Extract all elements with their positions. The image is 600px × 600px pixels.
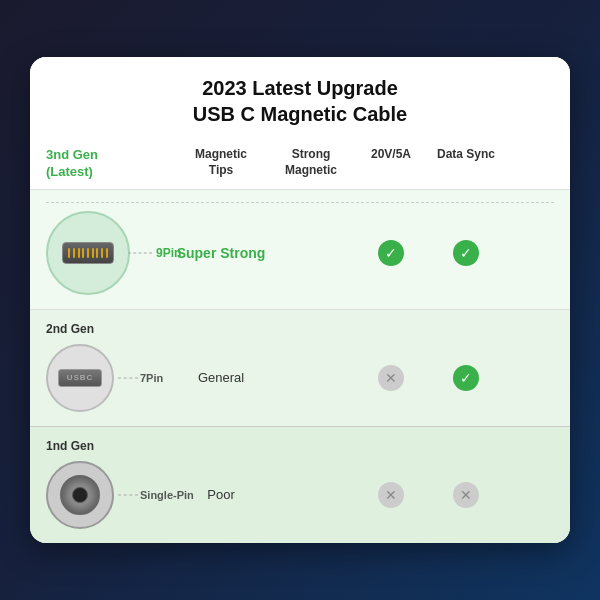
column-headers: 3nd Gen (Latest) Magnetic Tips Strong Ma… <box>30 141 570 189</box>
device-image-1st <box>46 461 114 529</box>
data-sync-icon-2nd: ✓ <box>426 365 506 391</box>
device-1st-gen: Single-Pin <box>46 461 176 529</box>
connector-single-inner <box>72 487 88 503</box>
x-icon-power-2nd: ✕ <box>378 365 404 391</box>
dash-line-1st <box>118 494 138 495</box>
device-image-3rd <box>46 211 130 295</box>
check-icon-power-3rd: ✓ <box>378 240 404 266</box>
device-2nd-gen: USBC 7Pin <box>46 344 176 412</box>
magnetic-tips-2nd: General <box>176 370 266 385</box>
connector-large <box>62 242 114 264</box>
pin-label-3rd: 9Pin <box>156 246 181 260</box>
power-icon-1st: ✕ <box>356 482 426 508</box>
power-icon-2nd: ✕ <box>356 365 426 391</box>
col-header-magnetic-tips: Magnetic Tips <box>176 147 266 181</box>
col-header-data-sync: Data Sync <box>426 147 506 181</box>
check-icon-sync-3rd: ✓ <box>453 240 479 266</box>
magnetic-tips-3rd: Super Strong <box>176 245 266 261</box>
dash-line-3rd <box>128 252 152 253</box>
row-2nd-gen: 2nd Gen USBC 7Pin General ✕ <box>30 309 570 426</box>
gen-label-1st: 1nd Gen <box>46 439 554 453</box>
row-1st-gen: 1nd Gen Single-Pin Poor ✕ <box>30 426 570 543</box>
gen-label-2nd: 2nd Gen <box>46 322 554 336</box>
data-sync-icon-3rd: ✓ <box>426 240 506 266</box>
col-header-strong-magnetic: Strong Magnetic <box>266 147 356 181</box>
device-image-2nd: USBC <box>46 344 114 412</box>
header: 2023 Latest UpgradeUSB C Magnetic Cable <box>30 57 570 141</box>
check-icon-sync-2nd: ✓ <box>453 365 479 391</box>
page-title: 2023 Latest UpgradeUSB C Magnetic Cable <box>50 75 550 127</box>
dash-line-2nd <box>118 377 138 378</box>
data-sync-icon-1st: ✕ <box>426 482 506 508</box>
connector-medium: USBC <box>58 369 102 387</box>
col-header-power: 20V/5A <box>356 147 426 181</box>
x-icon-sync-1st: ✕ <box>453 482 479 508</box>
connector-single <box>60 475 100 515</box>
col-header-gen: 3nd Gen (Latest) <box>46 147 176 181</box>
comparison-card: 2023 Latest UpgradeUSB C Magnetic Cable … <box>30 57 570 543</box>
pin-label-1st: Single-Pin <box>140 489 194 501</box>
power-icon-3rd: ✓ <box>356 240 426 266</box>
device-3rd-gen: 9Pin <box>46 211 176 295</box>
pin-label-2nd: 7Pin <box>140 372 163 384</box>
x-icon-power-1st: ✕ <box>378 482 404 508</box>
row-3rd-gen: 9Pin Super Strong ✓ ✓ <box>30 189 570 309</box>
